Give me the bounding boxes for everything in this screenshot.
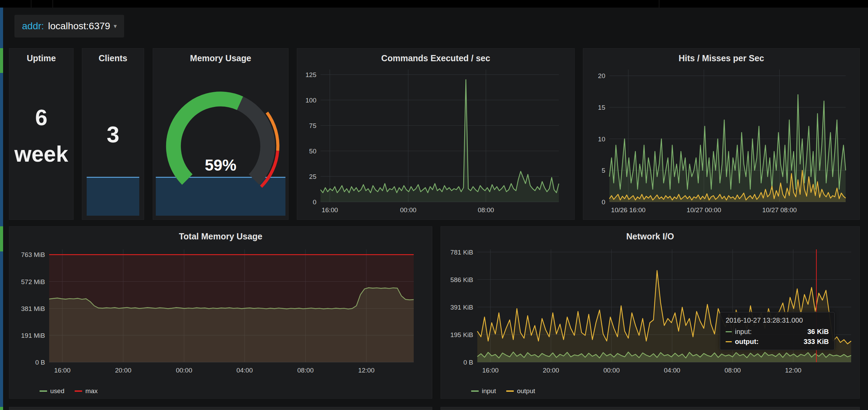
svg-text:08:00: 08:00 — [478, 206, 494, 214]
svg-text:0 B: 0 B — [35, 359, 45, 366]
svg-text:0: 0 — [601, 198, 605, 206]
svg-text:25: 25 — [309, 173, 316, 180]
svg-text:191 MiB: 191 MiB — [21, 332, 45, 339]
panel-commands: Commands Executed / sec 16:0000:0008:000… — [297, 48, 575, 220]
variable-value: localhost:6379 — [48, 21, 110, 32]
template-variable-selector[interactable]: addr: localhost:6379 ▾ — [14, 15, 124, 37]
svg-text:15: 15 — [598, 104, 605, 111]
panel-clients: Clients 3 — [82, 48, 144, 220]
output-series-swatch — [506, 390, 514, 392]
svg-text:572 MiB: 572 MiB — [21, 278, 45, 285]
svg-text:16:00: 16:00 — [482, 367, 499, 374]
total-memory-chart[interactable]: 16:0020:0000:0004:0008:0012:000 B191 MiB… — [9, 227, 432, 398]
tooltip-value-output: 333 KiB — [804, 338, 829, 346]
row-tab-green — [0, 226, 3, 251]
svg-text:00:00: 00:00 — [603, 367, 620, 374]
hits-misses-chart[interactable]: 10/26 16:0010/27 00:0010/27 08:000510152… — [583, 48, 859, 219]
chevron-down-icon: ▾ — [113, 22, 117, 30]
uptime-value-number: 6 — [35, 107, 47, 129]
browser-top-bar — [0, 0, 868, 8]
svg-text:20: 20 — [598, 72, 605, 79]
panel-total-memory: Total Memory Usage 16:0020:0000:0004:000… — [9, 226, 432, 399]
svg-text:16:00: 16:00 — [54, 367, 70, 374]
svg-text:5: 5 — [601, 167, 605, 174]
svg-text:10/26 16:00: 10/26 16:00 — [611, 206, 645, 214]
panel-network-io: Network I/O 16:0020:0000:0004:0008:0012:… — [441, 226, 860, 399]
total-memory-legend: used max — [40, 387, 98, 395]
tooltip-row-input: input: 36 KiB — [726, 328, 829, 336]
svg-text:20:00: 20:00 — [543, 367, 559, 374]
svg-text:20:00: 20:00 — [115, 367, 131, 374]
svg-text:0: 0 — [313, 198, 316, 206]
tooltip-value-input: 36 KiB — [807, 328, 829, 336]
legend-label-used: used — [50, 387, 64, 395]
svg-text:00:00: 00:00 — [400, 206, 416, 214]
tooltip-label-input: input: — [735, 328, 752, 336]
svg-text:10/27 08:00: 10/27 08:00 — [762, 206, 796, 214]
topbar-separator — [659, 0, 659, 8]
svg-text:12:00: 12:00 — [358, 367, 375, 374]
legend-item-max[interactable]: max — [75, 387, 98, 395]
next-row-panel — [441, 407, 860, 410]
topbar-separator — [53, 0, 53, 8]
svg-text:381 MiB: 381 MiB — [21, 305, 45, 312]
svg-text:10/27 00:00: 10/27 00:00 — [687, 206, 721, 214]
tooltip-timestamp: 2016-10-27 13:28:31.000 — [726, 316, 829, 324]
variable-label: addr: — [22, 21, 44, 32]
svg-text:00:00: 00:00 — [176, 367, 192, 374]
network-io-legend: input output — [471, 387, 535, 395]
svg-text:100: 100 — [305, 97, 316, 104]
tooltip-row-output: output: 333 KiB — [726, 338, 829, 346]
panel-title-uptime[interactable]: Uptime — [9, 53, 73, 63]
svg-text:195 KiB: 195 KiB — [450, 331, 473, 338]
clients-value: 3 — [82, 100, 144, 169]
input-series-swatch — [471, 390, 479, 392]
legend-item-output[interactable]: output — [506, 387, 535, 395]
legend-label-output: output — [517, 387, 535, 395]
row-tab-green — [0, 407, 3, 410]
legend-label-input: input — [482, 387, 496, 395]
commands-chart[interactable]: 16:0000:0008:000255075100125 — [297, 48, 574, 219]
svg-text:16:00: 16:00 — [322, 206, 338, 214]
used-series-swatch — [40, 390, 47, 392]
legend-item-used[interactable]: used — [40, 387, 64, 395]
svg-text:0 B: 0 B — [463, 359, 473, 366]
svg-text:781 KiB: 781 KiB — [450, 249, 473, 256]
input-series-swatch — [726, 331, 732, 332]
memory-gauge-value: 59% — [153, 156, 288, 174]
uptime-value: 6 week — [9, 93, 73, 178]
panel-title-clients[interactable]: Clients — [82, 53, 144, 63]
memory-gauge — [153, 48, 288, 219]
panel-memory-usage: Memory Usage 59% — [153, 48, 289, 220]
svg-text:08:00: 08:00 — [297, 367, 314, 374]
svg-text:12:00: 12:00 — [785, 367, 802, 374]
svg-text:125: 125 — [305, 71, 316, 78]
output-series-swatch — [726, 341, 732, 342]
svg-text:04:00: 04:00 — [664, 367, 681, 374]
tooltip-label-output: output: — [735, 338, 759, 346]
topbar-separator — [31, 0, 31, 8]
panel-uptime: Uptime 6 week — [9, 48, 74, 220]
svg-text:08:00: 08:00 — [725, 367, 741, 374]
legend-label-max: max — [85, 387, 98, 395]
svg-text:10: 10 — [598, 136, 605, 143]
legend-item-input[interactable]: input — [471, 387, 496, 395]
row-tab-green — [0, 48, 3, 73]
uptime-value-unit: week — [14, 143, 68, 165]
clients-sparkline — [87, 177, 139, 216]
svg-text:50: 50 — [309, 148, 316, 155]
svg-text:04:00: 04:00 — [236, 367, 253, 374]
next-row-panel — [9, 407, 432, 410]
graph-tooltip: 2016-10-27 13:28:31.000 input: 36 KiB ou… — [720, 312, 835, 350]
svg-text:586 KiB: 586 KiB — [450, 276, 473, 283]
max-series-swatch — [75, 390, 82, 392]
svg-text:75: 75 — [309, 122, 316, 129]
row-accent-strip — [0, 8, 3, 410]
svg-text:763 MiB: 763 MiB — [21, 251, 45, 258]
svg-text:391 KiB: 391 KiB — [450, 304, 473, 311]
panel-hits-misses: Hits / Misses per Sec 10/26 16:0010/27 0… — [583, 48, 860, 220]
